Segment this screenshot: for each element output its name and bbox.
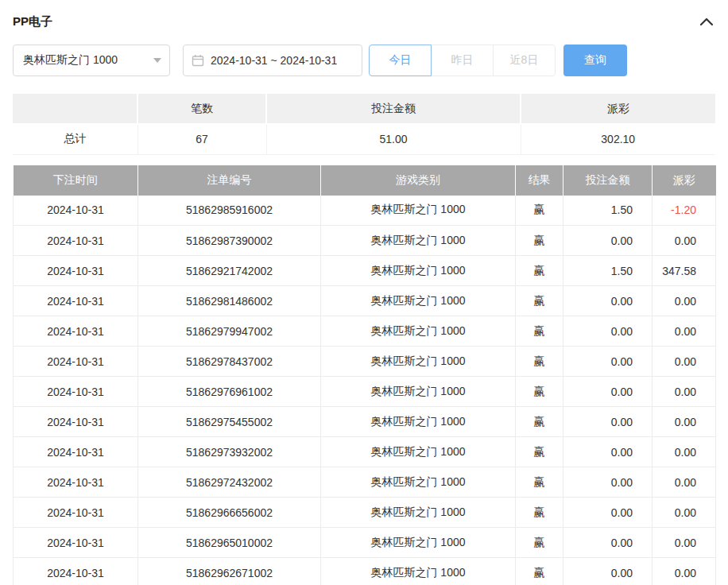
cell-result: 赢: [516, 196, 563, 226]
cell-payout: 0.00: [652, 377, 716, 407]
cell-payout: 0.00: [652, 226, 716, 256]
cell-result: 赢: [516, 528, 563, 558]
cell-order-no: 51862987390002: [138, 226, 321, 256]
col-header-result: 结果: [516, 165, 563, 196]
pp-electronic-panel: PP电子 奥林匹斯之门 1000 2024-10-31 ~: [0, 0, 728, 585]
cell-result: 赢: [516, 558, 563, 585]
cell-game-type: 奥林匹斯之门 1000: [321, 377, 516, 407]
table-row: 2024-10-3151862966656002奥林匹斯之门 1000赢0.00…: [14, 498, 716, 528]
cell-bet-amount: 1.50: [563, 196, 652, 226]
cell-bet-time: 2024-10-31: [14, 286, 138, 316]
summary-total-row: 总计 67 51.00 302.10: [13, 124, 715, 154]
cell-order-no: 51862962671002: [138, 558, 321, 585]
cell-game-type: 奥林匹斯之门 1000: [321, 558, 516, 585]
col-header-order-no: 注单编号: [138, 165, 321, 196]
cell-result: 赢: [516, 377, 563, 407]
summary-header-empty: [13, 94, 137, 124]
summary-header-payout: 派彩: [521, 94, 715, 124]
col-header-payout: 派彩: [652, 165, 716, 196]
game-select-value: 奥林匹斯之门 1000: [23, 53, 118, 68]
table-row: 2024-10-3151862981486002奥林匹斯之门 1000赢0.00…: [14, 286, 716, 316]
cell-bet-amount: 0.00: [563, 558, 652, 585]
cell-order-no: 51862975455002: [138, 407, 321, 437]
cell-bet-amount: 0.00: [563, 377, 652, 407]
cell-game-type: 奥林匹斯之门 1000: [321, 256, 516, 286]
cell-order-no: 51862979947002: [138, 316, 321, 347]
calendar-icon: [192, 54, 204, 67]
cell-bet-amount: 0.00: [563, 407, 652, 437]
cell-payout: 0.00: [652, 286, 716, 316]
cell-game-type: 奥林匹斯之门 1000: [321, 316, 516, 347]
summary-total-label: 总计: [13, 124, 137, 154]
cell-bet-amount: 0.00: [563, 498, 652, 528]
cell-order-no: 51862972432002: [138, 467, 321, 498]
cell-bet-time: 2024-10-31: [14, 437, 138, 467]
cell-result: 赢: [516, 498, 563, 528]
cell-bet-time: 2024-10-31: [14, 558, 138, 585]
cell-order-no: 51862965010002: [138, 528, 321, 558]
cell-result: 赢: [516, 467, 563, 498]
cell-bet-amount: 0.00: [563, 316, 652, 347]
game-select[interactable]: 奥林匹斯之门 1000: [13, 45, 170, 76]
cell-bet-time: 2024-10-31: [14, 256, 138, 286]
cell-order-no: 51862981486002: [138, 286, 321, 316]
cell-order-no: 51862921742002: [138, 256, 321, 286]
cell-game-type: 奥林匹斯之门 1000: [321, 347, 516, 377]
cell-payout: 0.00: [652, 498, 716, 528]
cell-payout: 0.00: [652, 316, 716, 347]
chevron-down-icon: [153, 58, 161, 63]
filter-bar: 奥林匹斯之门 1000 2024-10-31 ~ 2024-10-31 今日 昨…: [13, 45, 715, 76]
collapse-button[interactable]: [698, 13, 715, 30]
cell-bet-time: 2024-10-31: [14, 316, 138, 347]
cell-payout: 347.58: [652, 256, 716, 286]
summary-header-count: 笔数: [137, 94, 266, 124]
cell-order-no: 51862985916002: [138, 196, 321, 226]
cell-payout: 0.00: [652, 347, 716, 377]
cell-payout: 0.00: [652, 407, 716, 437]
cell-bet-amount: 0.00: [563, 528, 652, 558]
cell-payout: 0.00: [652, 437, 716, 467]
cell-game-type: 奥林匹斯之门 1000: [321, 286, 516, 316]
chevron-up-icon: [699, 17, 714, 26]
col-header-game-type: 游戏类别: [321, 165, 516, 196]
summary-total-payout: 302.10: [521, 124, 715, 154]
cell-bet-time: 2024-10-31: [14, 226, 138, 256]
bet-table-body: 2024-10-3151862985916002奥林匹斯之门 1000赢1.50…: [14, 196, 716, 585]
quick-button-yesterday[interactable]: 昨日: [431, 45, 494, 76]
cell-result: 赢: [516, 437, 563, 467]
cell-game-type: 奥林匹斯之门 1000: [321, 407, 516, 437]
summary-header-bet: 投注金额: [266, 94, 521, 124]
cell-order-no: 51862978437002: [138, 347, 321, 377]
cell-game-type: 奥林匹斯之门 1000: [321, 498, 516, 528]
cell-payout: 0.00: [652, 467, 716, 498]
cell-game-type: 奥林匹斯之门 1000: [321, 226, 516, 256]
table-row: 2024-10-3151862973932002奥林匹斯之门 1000赢0.00…: [14, 437, 716, 467]
cell-result: 赢: [516, 407, 563, 437]
col-header-bet-time: 下注时间: [14, 165, 138, 196]
cell-result: 赢: [516, 256, 563, 286]
cell-result: 赢: [516, 286, 563, 316]
search-button[interactable]: 查询: [563, 45, 627, 76]
table-row: 2024-10-3151862979947002奥林匹斯之门 1000赢0.00…: [14, 316, 716, 347]
quick-button-last8days[interactable]: 近8日: [493, 45, 556, 76]
cell-game-type: 奥林匹斯之门 1000: [321, 528, 516, 558]
cell-result: 赢: [516, 226, 563, 256]
quick-button-today[interactable]: 今日: [369, 45, 432, 76]
col-header-bet-amount: 投注金额: [563, 165, 652, 196]
cell-bet-time: 2024-10-31: [14, 467, 138, 498]
cell-game-type: 奥林匹斯之门 1000: [321, 196, 516, 226]
page-title: PP电子: [13, 14, 52, 29]
cell-bet-amount: 0.00: [563, 286, 652, 316]
cell-bet-time: 2024-10-31: [14, 347, 138, 377]
date-range-value: 2024-10-31 ~ 2024-10-31: [211, 54, 337, 67]
table-row: 2024-10-3151862975455002奥林匹斯之门 1000赢0.00…: [14, 407, 716, 437]
cell-result: 赢: [516, 347, 563, 377]
table-row: 2024-10-3151862978437002奥林匹斯之门 1000赢0.00…: [14, 347, 716, 377]
cell-bet-amount: 0.00: [563, 467, 652, 498]
cell-payout: 0.00: [652, 558, 716, 585]
cell-bet-amount: 0.00: [563, 347, 652, 377]
cell-result: 赢: [516, 316, 563, 347]
cell-bet-time: 2024-10-31: [14, 528, 138, 558]
cell-game-type: 奥林匹斯之门 1000: [321, 467, 516, 498]
date-range-picker[interactable]: 2024-10-31 ~ 2024-10-31: [183, 45, 362, 76]
